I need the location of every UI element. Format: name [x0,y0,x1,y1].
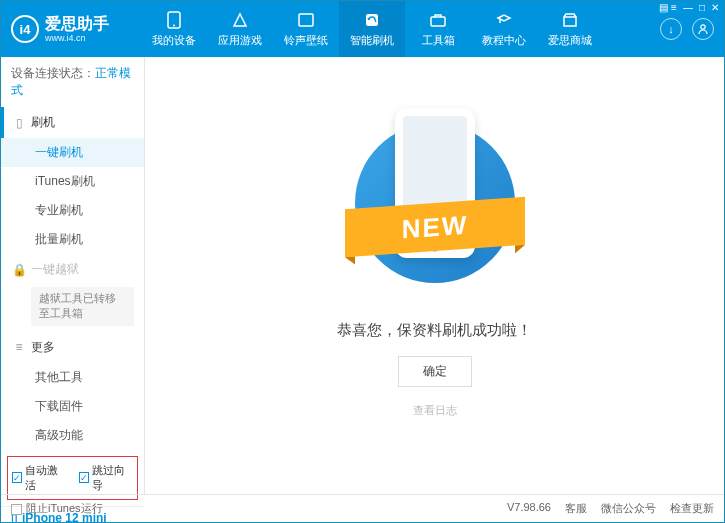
wallpaper-icon [297,11,315,29]
maximize-icon[interactable]: □ [699,2,705,13]
more-icon: ≡ [13,341,25,353]
lock-icon: 🔒 [13,264,25,276]
checkbox-icon [11,504,22,515]
app-title: 爱思助手 [45,15,109,33]
connection-status: 设备连接状态：正常模式 [1,57,144,107]
nav-label: 教程中心 [482,33,526,48]
sidebar: 设备连接状态：正常模式 ▯ 刷机 一键刷机 iTunes刷机 专业刷机 批量刷机… [1,57,145,494]
nav-store[interactable]: 爱思商城 [537,1,603,57]
checkbox-skip-guide[interactable]: ✓ 跳过向导 [79,463,134,493]
status-bar: 阻止iTunes运行 V7.98.66 客服 微信公众号 检查更新 [1,494,724,522]
store-icon [561,11,579,29]
nav-label: 工具箱 [422,33,455,48]
phone-icon [165,11,183,29]
svg-rect-2 [299,14,313,26]
check-update-link[interactable]: 检查更新 [670,501,714,516]
apps-icon [231,11,249,29]
wechat-link[interactable]: 微信公众号 [601,501,656,516]
minimize-icon[interactable]: — [683,2,693,13]
sidebar-item-batch-flash[interactable]: 批量刷机 [1,225,144,254]
success-illustration: NEW [355,113,515,293]
phone-small-icon: ▯ [13,117,25,129]
sidebar-item-oneclick-flash[interactable]: 一键刷机 [1,138,144,167]
nav-label: 爱思商城 [548,33,592,48]
view-log-link[interactable]: 查看日志 [413,403,457,418]
sidebar-item-other-tools[interactable]: 其他工具 [1,363,144,392]
sidebar-item-download-fw[interactable]: 下载固件 [1,392,144,421]
svg-point-5 [701,25,705,29]
svg-rect-3 [366,14,378,26]
logo-icon: i4 [11,15,39,43]
sidebar-item-advanced[interactable]: 高级功能 [1,421,144,450]
app-logo: i4 爱思助手 www.i4.cn [11,15,141,43]
nav-my-device[interactable]: 我的设备 [141,1,207,57]
download-button[interactable]: ↓ [660,18,682,40]
nav-tutorial[interactable]: 教程中心 [471,1,537,57]
nav-label: 应用游戏 [218,33,262,48]
checkbox-auto-activate[interactable]: ✓ 自动激活 [12,463,67,493]
checkbox-icon: ✓ [79,472,89,483]
success-message: 恭喜您，保资料刷机成功啦！ [337,321,532,340]
support-link[interactable]: 客服 [565,501,587,516]
sidebar-head-more[interactable]: ≡ 更多 [1,332,144,363]
flash-icon [363,11,381,29]
tutorial-icon [495,11,513,29]
sidebar-item-pro-flash[interactable]: 专业刷机 [1,196,144,225]
menu-icon[interactable]: ▤ ≡ [659,2,677,13]
jailbreak-note: 越狱工具已转移至工具箱 [31,287,134,326]
svg-rect-4 [431,17,445,26]
app-header: i4 爱思助手 www.i4.cn 我的设备 应用游戏 铃声壁纸 智能刷机 [1,1,724,57]
checkbox-block-itunes[interactable]: 阻止iTunes运行 [11,501,103,516]
svg-point-1 [173,24,175,26]
nav-flash[interactable]: 智能刷机 [339,1,405,57]
sidebar-head-flash[interactable]: ▯ 刷机 [1,107,144,138]
confirm-button[interactable]: 确定 [398,356,472,387]
checkbox-icon: ✓ [12,472,22,483]
nav-ringtone[interactable]: 铃声壁纸 [273,1,339,57]
close-icon[interactable]: ✕ [711,2,719,13]
toolbox-icon [429,11,447,29]
main-nav: 我的设备 应用游戏 铃声壁纸 智能刷机 工具箱 教程中心 [141,1,603,57]
version-label: V7.98.66 [507,501,551,516]
sidebar-item-itunes-flash[interactable]: iTunes刷机 [1,167,144,196]
nav-apps[interactable]: 应用游戏 [207,1,273,57]
nav-label: 我的设备 [152,33,196,48]
main-content: NEW 恭喜您，保资料刷机成功啦！ 确定 查看日志 [145,57,724,494]
app-url: www.i4.cn [45,33,109,43]
nav-label: 铃声壁纸 [284,33,328,48]
nav-toolbox[interactable]: 工具箱 [405,1,471,57]
user-button[interactable] [692,18,714,40]
nav-label: 智能刷机 [350,33,394,48]
sidebar-head-jailbreak[interactable]: 🔒 一键越狱 [1,254,144,285]
